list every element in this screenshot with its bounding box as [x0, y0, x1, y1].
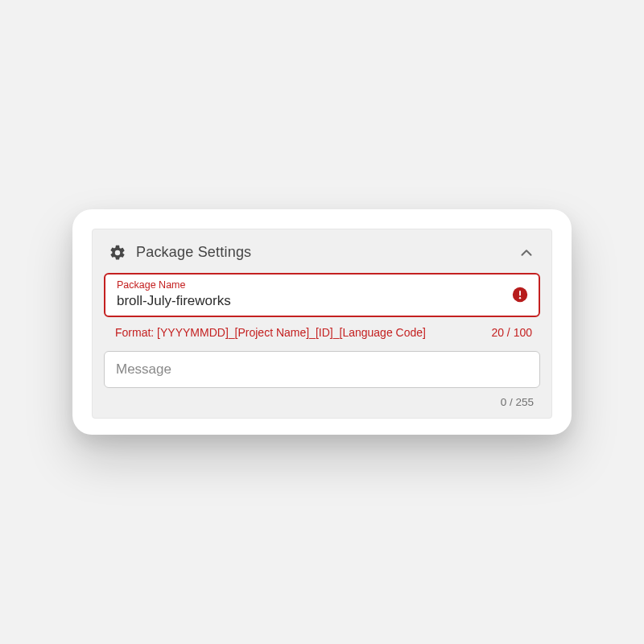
svg-rect-1	[519, 291, 521, 295]
package-name-input[interactable]	[117, 291, 497, 309]
panel-title: Package Settings	[136, 244, 508, 261]
package-settings-panel: Package Settings Package Name Format: [Y…	[92, 229, 552, 419]
package-name-label: Package Name	[117, 279, 497, 291]
package-name-hint: Format: [YYYYMMDD]_[Project Name]_[ID]_[…	[115, 325, 478, 340]
package-name-field[interactable]: Package Name	[104, 273, 540, 317]
message-count: 0 / 255	[102, 388, 542, 410]
message-field[interactable]	[104, 351, 540, 388]
svg-point-2	[519, 297, 521, 299]
chevron-up-icon[interactable]	[518, 244, 535, 262]
error-icon	[511, 286, 529, 303]
gear-icon	[109, 244, 126, 262]
panel-header[interactable]: Package Settings	[102, 242, 542, 273]
message-input[interactable]	[116, 361, 528, 378]
settings-card: Package Settings Package Name Format: [Y…	[72, 209, 572, 435]
package-name-hint-row: Format: [YYYYMMDD]_[Project Name]_[ID]_[…	[102, 317, 542, 351]
package-name-count: 20 / 100	[491, 325, 532, 340]
